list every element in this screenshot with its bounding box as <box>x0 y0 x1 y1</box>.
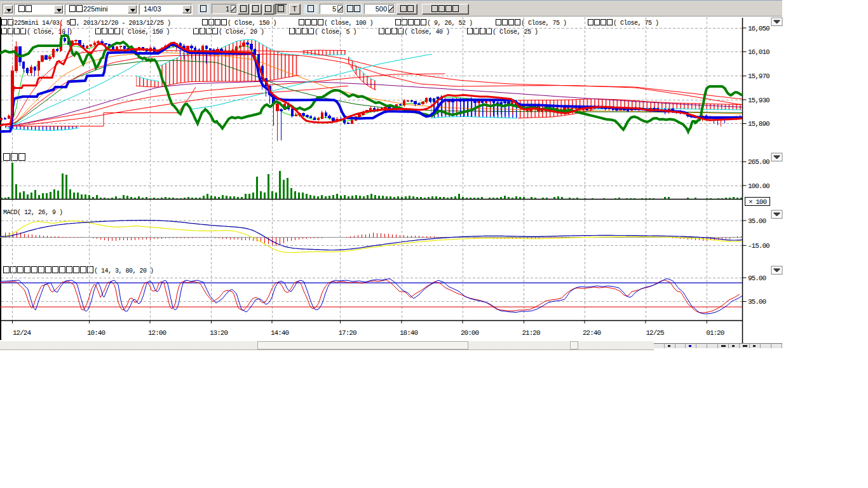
svg-text:12:00: 12:00 <box>148 329 166 337</box>
svg-text:13:20: 13:20 <box>210 329 227 337</box>
svg-text:10:40: 10:40 <box>87 329 105 337</box>
svg-text:-15.00: -15.00 <box>748 242 770 250</box>
svg-text:12/24: 12/24 <box>13 329 31 337</box>
svg-text:20:00: 20:00 <box>461 329 478 337</box>
svg-text:17:20: 17:20 <box>339 329 356 337</box>
svg-text:16,050: 16,050 <box>748 25 770 32</box>
svg-text:16,010: 16,010 <box>748 48 770 56</box>
svg-text:35.00: 35.00 <box>748 298 766 306</box>
svg-text:15,890: 15,890 <box>748 120 770 128</box>
svg-text:15,930: 15,930 <box>748 97 770 104</box>
svg-text:265.00: 265.00 <box>748 158 770 166</box>
svg-text:12/25: 12/25 <box>646 329 664 337</box>
svg-text:100.00: 100.00 <box>748 182 770 190</box>
svg-text:35.00: 35.00 <box>748 217 766 225</box>
svg-text:× 100: × 100 <box>749 198 766 206</box>
svg-text:01:20: 01:20 <box>706 329 724 337</box>
svg-text:95.00: 95.00 <box>748 274 766 282</box>
svg-text:22:40: 22:40 <box>583 329 600 337</box>
svg-text:21:20: 21:20 <box>522 329 540 337</box>
svg-text:15,970: 15,970 <box>748 72 770 80</box>
svg-text:18:40: 18:40 <box>400 329 417 337</box>
svg-text:14:40: 14:40 <box>271 329 288 337</box>
